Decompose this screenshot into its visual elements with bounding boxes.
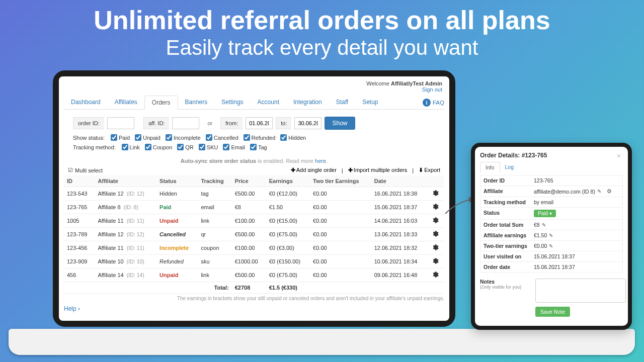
multi-select-toggle[interactable]: ☑ Multi select [68, 167, 103, 173]
tablet-frame: × Order Details: #123-765 InfoLog Order … [471, 143, 632, 330]
notes-sublabel: (Only visible for you) [480, 285, 530, 290]
filter-incomplete[interactable]: Incomplete [166, 134, 201, 141]
nav-tab-settings[interactable]: Settings [214, 96, 250, 109]
pencil-icon[interactable]: ✎ [549, 233, 553, 238]
order-details-title: Order Details: #123-765 [480, 152, 623, 159]
earnings-footnote: The earnings in brackets show your still… [64, 296, 444, 301]
filter-tag[interactable]: Tag [250, 144, 267, 150]
gear-icon[interactable] [432, 273, 439, 279]
order-id-input[interactable] [107, 117, 134, 129]
autosync-here-link[interactable]: here [315, 158, 326, 164]
filter-refunded[interactable]: Refunded [244, 134, 276, 141]
to-label: to: [276, 117, 291, 129]
filter-cancelled[interactable]: Cancelled [206, 134, 238, 141]
filter-email[interactable]: Email [223, 144, 245, 150]
nav-tab-setup[interactable]: Setup [355, 96, 385, 109]
detail-row: User visited on15.06.2021 18:37 [480, 251, 622, 262]
pencil-icon[interactable]: ✎ [549, 243, 553, 249]
orders-table: IDAffiliateStatusTrackingPriceEarningsTw… [64, 175, 444, 294]
checkbox-icon: ☑ [68, 167, 73, 173]
show-button[interactable]: Show [325, 117, 355, 130]
gear-icon[interactable] [432, 205, 439, 211]
nav-tab-integration[interactable]: Integration [286, 96, 329, 109]
nav-tab-dashboard[interactable]: Dashboard [64, 96, 108, 109]
od-tab-info[interactable]: Info [480, 162, 500, 173]
filter-bar: order ID: aff. ID: or from: to: Show [64, 117, 444, 130]
gear-icon[interactable] [432, 246, 439, 252]
status-badge[interactable]: Paid ▾ [534, 210, 556, 217]
plus-icon: ✚ [348, 167, 353, 173]
download-icon: ⬇ [419, 167, 423, 173]
table-row: 123-789Affiliate 12 (ID: 12)Cancelledqr€… [64, 228, 444, 241]
nav-tab-account[interactable]: Account [251, 96, 286, 109]
add-single-order-link[interactable]: ✚Add single order [291, 167, 337, 173]
pencil-icon[interactable]: ✎ [542, 222, 546, 228]
nav-tab-affiliates[interactable]: Affiliates [108, 96, 144, 109]
close-icon[interactable]: × [617, 152, 621, 160]
chevron-right-icon: › [78, 305, 80, 312]
detail-row: Affiliateaffiliate@demo.com (ID 8) ✎ ⚙ [480, 186, 622, 197]
order-details-tabs: InfoLog [480, 162, 623, 173]
laptop-frame: Welcome AffiliatlyTest Admin Sign out Da… [53, 70, 455, 327]
filter-unpaid[interactable]: Unpaid [135, 134, 160, 141]
main-nav: DashboardAffiliatesOrdersBannersSettings… [64, 96, 444, 110]
autosync-notice: Auto-sync store order status is enabled.… [64, 158, 444, 164]
app-screen: Welcome AffiliatlyTest Admin Sign out Da… [59, 76, 449, 321]
table-row: 456Affiliate 14 (ID: 14)Unpaidlink€500.0… [64, 268, 444, 282]
od-tab-log[interactable]: Log [500, 162, 519, 173]
gear-icon[interactable]: ⚙ [607, 188, 612, 195]
plus-icon: ✚ [291, 167, 295, 173]
order-id-label: order ID: [73, 117, 104, 129]
faq-link[interactable]: FAQ [433, 100, 444, 106]
filter-sku[interactable]: SKU [199, 144, 218, 150]
table-row: 123-456Affiliate 11 (ID: 11)Incompleteco… [64, 241, 444, 255]
filter-coupon[interactable]: Coupon [145, 144, 173, 150]
tracking-filter-row: Tracking method: Link Coupon QR SKU Emai… [64, 142, 444, 152]
aff-id-label: aff. ID: [143, 117, 169, 129]
aff-id-input[interactable] [172, 117, 199, 129]
filter-link[interactable]: Link [122, 144, 140, 150]
pencil-icon[interactable]: ✎ [597, 189, 601, 194]
hero-subtitle: Easily track every detail you want [0, 36, 644, 60]
from-label: from: [220, 117, 243, 129]
sign-out-link[interactable]: Sign out [422, 86, 442, 93]
hero-title: Unlimited referral orders on all plans [0, 6, 644, 35]
detail-row: Order ID123-765 [480, 175, 622, 186]
detail-row: Order date15.06.2021 18:37 [480, 262, 622, 272]
gear-icon[interactable] [432, 219, 439, 225]
table-row: 123-909Affiliate 10 (ID: 10)Refundedsku€… [64, 255, 444, 268]
detail-row: Tracking methodby email [480, 197, 622, 208]
nav-tab-staff[interactable]: Staff [329, 96, 355, 109]
filter-qr[interactable]: QR [177, 144, 194, 150]
nav-tab-banners[interactable]: Banners [178, 96, 215, 109]
save-note-button[interactable]: Save Note [535, 307, 570, 317]
status-filter-row: Show status: Paid Unpaid Incomplete Canc… [64, 133, 444, 142]
info-icon: i [423, 99, 431, 107]
detail-row: Two-tier earnings€0.00 ✎ [480, 241, 622, 251]
detail-row: StatusPaid ▾ [480, 208, 622, 220]
from-date-input[interactable] [246, 117, 273, 129]
help-link[interactable]: Help › [64, 305, 80, 312]
nav-tab-orders[interactable]: Orders [144, 96, 178, 110]
table-row: 1005Affiliate 11 (ID: 11)Unpaidlink€100.… [64, 214, 444, 228]
import-multiple-link[interactable]: ✚Import multiple orders [348, 167, 407, 173]
to-date-input[interactable] [294, 117, 321, 129]
detail-row: Affiliate earnings€1.50 ✎ [480, 230, 622, 241]
table-row: 123-765Affiliate 8 (ID: 8)Paidemail€8€1.… [64, 201, 444, 214]
laptop-base [9, 329, 635, 355]
gear-icon[interactable] [432, 192, 439, 198]
filter-hidden[interactable]: Hidden [280, 134, 306, 141]
filter-paid[interactable]: Paid [111, 134, 130, 141]
welcome-text: Welcome AffiliatlyTest Admin [366, 80, 442, 86]
export-link[interactable]: ⬇Export [419, 167, 440, 173]
notes-textarea[interactable] [535, 279, 626, 303]
gear-icon[interactable] [432, 259, 439, 265]
table-row: 123-543Affiliate 12 (ID: 12)Hiddentag€50… [64, 187, 444, 201]
gear-icon[interactable] [432, 232, 439, 238]
notes-label: Notes [480, 279, 530, 285]
detail-row: Order total Sum€8 ✎ [480, 220, 622, 230]
